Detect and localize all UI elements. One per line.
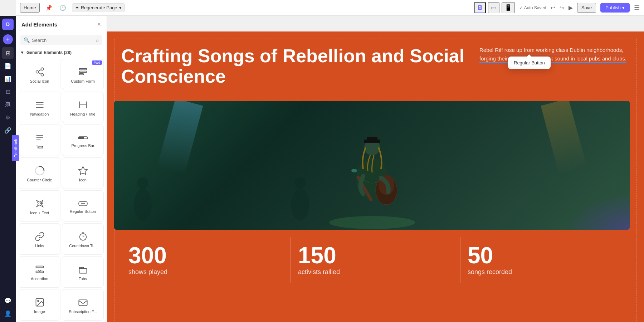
svg-point-42 bbox=[134, 189, 152, 221]
section-header[interactable]: ▼ General Elements (28) bbox=[16, 48, 107, 57]
progress-bar-icon bbox=[78, 134, 88, 141]
sidebar-item-apps[interactable]: ⊟ bbox=[2, 86, 14, 97]
canvas-area: Crafting Songs of Rebellion and Social C… bbox=[107, 31, 644, 322]
image-icon bbox=[35, 297, 45, 307]
tablet-device-button[interactable]: ▭ bbox=[488, 2, 499, 13]
hero-right: Rebel Riff rose up from working class Du… bbox=[479, 46, 630, 90]
mobile-device-button[interactable]: 📱 bbox=[502, 2, 515, 13]
concert-image bbox=[114, 101, 630, 230]
search-input[interactable] bbox=[32, 38, 94, 43]
svg-point-44 bbox=[291, 189, 309, 221]
svg-marker-18 bbox=[79, 166, 87, 174]
countdown-timer-icon bbox=[78, 231, 88, 241]
custom-form-icon bbox=[78, 67, 88, 77]
regular-button-icon bbox=[78, 200, 88, 207]
svg-point-31 bbox=[38, 300, 39, 302]
stat-label-activists: activists rallied bbox=[298, 268, 453, 276]
stage-light-right bbox=[541, 101, 587, 175]
hero-text: Crafting Songs of Rebellion and Social C… bbox=[121, 46, 465, 90]
hero-description: Rebel Riff rose up from working class Du… bbox=[479, 46, 630, 63]
stat-number-songs: 50 bbox=[468, 244, 623, 267]
svg-point-0 bbox=[41, 68, 43, 70]
element-card-regular-button[interactable]: Regular Button bbox=[62, 190, 104, 222]
accordion-label: Accordion bbox=[31, 277, 48, 281]
heading-icon bbox=[78, 100, 88, 110]
sidebar-item-messages[interactable]: 💬 bbox=[2, 295, 14, 306]
stat-item-activists: 150 activists rallied bbox=[291, 237, 460, 283]
regenerate-icon: ✦ bbox=[75, 5, 79, 10]
background-figures bbox=[114, 140, 329, 230]
element-card-tabs[interactable]: Tabs bbox=[62, 256, 104, 288]
sidebar-item-media[interactable]: 🖼 bbox=[2, 99, 14, 110]
text-icon bbox=[35, 133, 45, 143]
undo-button[interactable]: ↩ bbox=[551, 5, 555, 11]
panel-close-button[interactable]: × bbox=[97, 21, 101, 28]
publish-chevron-icon: ▾ bbox=[622, 5, 625, 10]
navigation-icon bbox=[35, 100, 45, 110]
chevron-down-icon: ▾ bbox=[119, 5, 122, 10]
description-text: Rebel Riff rose up from working class Du… bbox=[479, 47, 626, 63]
sidebar-item-add[interactable]: ⊞ bbox=[2, 47, 14, 59]
regenerate-button[interactable]: ✦ Regenerate Page ▾ bbox=[72, 3, 125, 12]
hero-section: Crafting Songs of Rebellion and Social C… bbox=[121, 46, 630, 90]
sidebar-item-analytics[interactable]: 📊 bbox=[2, 73, 14, 84]
auto-saved-status: ✓ Auto Saved bbox=[519, 5, 546, 10]
navigation-label: Navigation bbox=[30, 112, 49, 116]
save-button[interactable]: Save bbox=[577, 3, 596, 13]
svg-point-43 bbox=[137, 177, 148, 189]
element-card-countdown-timer[interactable]: Countdown Ti... bbox=[62, 223, 104, 255]
sidebar-item-settings[interactable]: ⚙ bbox=[2, 112, 14, 123]
svg-rect-7 bbox=[79, 74, 83, 75]
history-icon[interactable]: 🕐 bbox=[58, 3, 68, 13]
search-submit-icon[interactable]: ⌕ bbox=[96, 37, 99, 43]
element-card-image[interactable]: Image bbox=[19, 289, 60, 321]
links-icon bbox=[35, 231, 45, 241]
svg-line-3 bbox=[38, 73, 41, 74]
element-card-icon-text[interactable]: Icon + Text bbox=[19, 190, 60, 222]
element-card-links[interactable]: Links bbox=[19, 223, 60, 255]
section-label: General Elements (28) bbox=[26, 50, 72, 55]
subscription-form-label: Subscription F... bbox=[69, 309, 97, 314]
elements-grid: Social Icon Paid Custom Form Navigation bbox=[16, 57, 107, 322]
desktop-device-button[interactable]: 🖥 bbox=[474, 2, 486, 13]
top-bar: Home 📌 🕐 ✦ Regenerate Page ▾ 🖥 ▭ 📱 ✓ Aut… bbox=[16, 0, 644, 16]
add-element-button[interactable]: + bbox=[3, 34, 13, 44]
redo-button[interactable]: ↪ bbox=[560, 5, 564, 11]
home-button[interactable]: Home bbox=[20, 3, 40, 13]
element-card-progress-bar[interactable]: Progress Bar bbox=[62, 125, 104, 156]
element-card-subscription-form[interactable]: Subscription F... bbox=[62, 289, 104, 321]
element-card-custom-form[interactable]: Paid Custom Form bbox=[62, 59, 104, 90]
publish-button[interactable]: Publish ▾ bbox=[600, 3, 630, 13]
canvas-page: Crafting Songs of Rebellion and Social C… bbox=[107, 31, 644, 322]
icon-text-label: Icon + Text bbox=[30, 211, 49, 215]
element-card-heading-title[interactable]: Heading / Title bbox=[62, 92, 104, 123]
svg-rect-29 bbox=[79, 269, 87, 273]
element-card-counter-circle[interactable]: Counter Circle bbox=[19, 157, 60, 189]
subscription-form-icon bbox=[78, 297, 88, 307]
hamburger-menu-button[interactable]: ☰ bbox=[634, 4, 640, 12]
sidebar-item-integrations[interactable]: 🔗 bbox=[2, 125, 14, 136]
device-switcher: 🖥 ▭ 📱 bbox=[474, 2, 515, 13]
svg-rect-32 bbox=[79, 300, 87, 306]
element-card-text[interactable]: Text bbox=[19, 125, 60, 156]
svg-point-41 bbox=[351, 169, 357, 172]
logo-button[interactable]: D bbox=[2, 19, 14, 30]
social-icon-icon bbox=[35, 67, 45, 77]
panel-title: Add Elements bbox=[21, 21, 57, 28]
feedback-tab[interactable]: Feedback bbox=[12, 135, 19, 161]
svg-rect-5 bbox=[79, 69, 87, 70]
search-bar: 🔍 ⌕ bbox=[20, 35, 102, 45]
pin-icon[interactable]: 📌 bbox=[44, 3, 54, 13]
element-card-social-icon[interactable]: Social Icon bbox=[19, 59, 60, 90]
svg-rect-37 bbox=[367, 137, 377, 141]
tabs-icon bbox=[78, 264, 88, 274]
sidebar-item-pages[interactable]: 📄 bbox=[2, 60, 14, 72]
section-arrow-icon: ▼ bbox=[20, 50, 24, 55]
element-card-icon[interactable]: Icon bbox=[62, 157, 104, 189]
preview-button[interactable]: ▶ bbox=[569, 4, 573, 11]
icon-element-icon bbox=[78, 166, 88, 176]
element-card-accordion[interactable]: Accordion bbox=[19, 256, 60, 288]
sidebar-item-user[interactable]: 👤 bbox=[2, 308, 14, 319]
element-card-navigation[interactable]: Navigation bbox=[19, 92, 60, 123]
icon-text-icon bbox=[35, 199, 45, 209]
